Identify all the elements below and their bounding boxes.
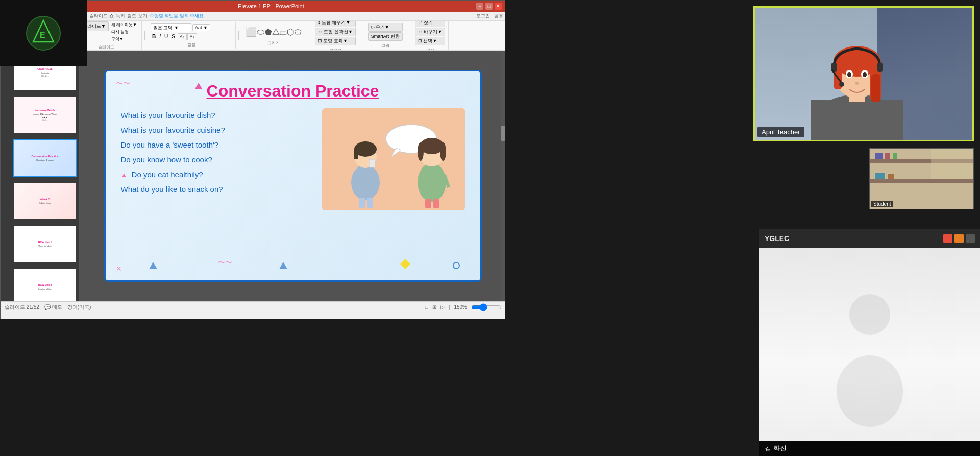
svg-point-34	[863, 72, 867, 77]
bold-button[interactable]: B	[151, 33, 157, 40]
thumb-content-23: HCW List 1 Word list table	[14, 226, 76, 262]
view-normal-btn[interactable]: □	[425, 304, 428, 310]
arrange2-button[interactable]: 배우기▼	[368, 23, 403, 32]
question-1: What is your favourite dish?	[121, 111, 312, 119]
teacher-label: April Teacher	[757, 127, 804, 137]
strikethrough-button[interactable]: S	[170, 33, 177, 40]
thumb-title-19: Grade 4 ESL	[37, 67, 53, 70]
svg-rect-48	[931, 149, 974, 179]
yglec-more-btn[interactable]	[966, 234, 975, 243]
main-area: 19 Grade 4 ESL Contents리스트... 20	[1, 51, 506, 301]
thumb-title-21: Conversation Practice	[32, 155, 59, 158]
svg-rect-45	[893, 153, 897, 159]
yglec-close-btn[interactable]	[943, 234, 952, 243]
font-name-selector[interactable]: 맑은 고딕 ▼	[151, 23, 191, 32]
thumb-title-23: HCW List 1	[38, 241, 52, 244]
q6-text: What do you like to snack on?	[121, 185, 223, 194]
select-button[interactable]: ⊡ 선택▼	[415, 37, 445, 45]
slide-thumb-20[interactable]: Nonsense Words Lesson 4 Nonsense Words■ …	[13, 96, 77, 134]
yglec-min-btn[interactable]	[954, 234, 964, 243]
participant-name: 김 화진	[765, 444, 787, 453]
slide-thumb-wrapper-20: 20 Nonsense Words Lesson 4 Nonsense Word…	[3, 96, 77, 136]
font-label: 글꼴	[187, 42, 195, 48]
svg-point-15	[440, 142, 446, 161]
view-reading-btn[interactable]: ▷	[440, 304, 445, 310]
q1-text: What is your favourite dish?	[121, 111, 215, 119]
yglec-video-bg	[760, 248, 980, 441]
svg-rect-47	[888, 174, 894, 179]
svg-rect-37	[877, 63, 883, 72]
arrange-button[interactable]: ↕ 도형 채우기▼	[315, 21, 356, 27]
deco-circle	[453, 262, 460, 269]
notes-indicator: 💬 메모	[44, 304, 62, 311]
thumb-body-22: Robotic figure	[39, 202, 52, 205]
tab-help[interactable]: 수행할 작업을 알려 주세요	[150, 13, 204, 19]
thumb-body-23: Word list table	[38, 245, 51, 248]
font-size-decrease[interactable]: A↓	[187, 33, 197, 40]
main-presentation-slide: 〜〜 〜〜 ✕ Conversation Practice	[104, 70, 482, 282]
view-sort-btn[interactable]: ⊞	[432, 304, 436, 310]
maximize-button[interactable]: □	[485, 3, 493, 10]
find-button[interactable]: ↗ 찾기	[415, 21, 445, 27]
svg-point-35	[855, 82, 859, 85]
window-controls[interactable]: − □ ✕	[476, 3, 502, 10]
yglec-video-area	[760, 248, 980, 441]
zoom-slider[interactable]	[471, 305, 502, 309]
conversation-svg	[322, 108, 465, 210]
tab-record[interactable]: 녹화	[116, 13, 125, 19]
thumb-content-22: Week 3 Robotic figure	[14, 183, 76, 219]
slide-thumb-24[interactable]: HCW List 2 Growing a Story	[13, 268, 77, 301]
tab-view[interactable]: 보기	[138, 13, 148, 19]
effects-button[interactable]: ⊡ 도형 효과▼	[315, 37, 356, 45]
slide-layout-button[interactable]: 새 레이아웃▼	[110, 21, 138, 28]
slide-thumb-22[interactable]: Week 3 Robotic figure	[13, 182, 77, 220]
status-bar: 슬라이드 21/52 💬 메모 영어(미국) □ ⊞ ▷ | 150%	[1, 301, 506, 313]
svg-rect-24	[811, 100, 903, 141]
section-button[interactable]: 구역▼	[110, 36, 138, 42]
slide-thumb-23[interactable]: HCW List 1 Word list table	[13, 225, 77, 263]
yglec-panel: YGLEC 김 화진	[760, 229, 980, 456]
replace-button[interactable]: ↔ 바꾸기▼	[415, 28, 445, 36]
deco-triangle-bl	[149, 262, 157, 269]
drawing-label: 그리기	[267, 40, 280, 46]
slide-thumb-21[interactable]: Conversation Practice Questions & image	[13, 139, 77, 177]
shapes-palette: ⬜⬭⬟△▭⬡⬠	[244, 25, 303, 38]
smartart-button[interactable]: SmartArt 변환	[368, 32, 403, 41]
small-video-bg	[870, 149, 973, 209]
slide-thumb-inner-23: HCW List 1 Word list table	[14, 226, 76, 262]
yglec-controls[interactable]	[943, 234, 975, 243]
svg-rect-42	[870, 179, 974, 183]
svg-point-32	[847, 72, 851, 77]
svg-rect-4	[354, 149, 358, 159]
slide-body: What is your favourite dish? What is you…	[121, 108, 465, 210]
fill-button[interactable]: ↔ 도형 윤곽선▼	[315, 28, 356, 36]
status-left: 슬라이드 21/52 💬 메모 영어(미국)	[5, 304, 91, 311]
deco-squiggle-bottom: 〜〜	[218, 258, 232, 268]
close-button[interactable]: ✕	[495, 3, 502, 10]
thumb-body-20: Lesson 4 Nonsense Words■ ■ ■□ □ □	[33, 113, 57, 122]
slide-thumbnails-panel[interactable]: 19 Grade 4 ESL Contents리스트... 20	[1, 51, 80, 301]
font-size-selector[interactable]: Aat ▼	[192, 24, 210, 31]
slide-main-title: Conversation Practice	[121, 82, 465, 101]
questions-list: What is your favourite dish? What is you…	[121, 108, 312, 210]
slide-content-area: Conversation Practice What is your favou…	[106, 71, 480, 221]
separator6	[409, 31, 409, 40]
arrange-group: ↕ 도형 채우기▼ ↔ 도형 윤곽선▼ ⊡ 도형 효과▼ 그리기	[312, 21, 359, 51]
slide-count: 슬라이드 21/52	[5, 304, 39, 311]
minimize-button[interactable]: −	[476, 3, 483, 10]
thumb-body-21: Questions & image	[36, 159, 54, 162]
reset-button[interactable]: 다시 설정	[110, 29, 138, 35]
separator2	[144, 31, 145, 40]
q2-text: What is your favourite cuisine?	[121, 126, 225, 134]
underline-button[interactable]: U	[163, 33, 169, 40]
font-size-increase[interactable]: A↑	[178, 33, 187, 40]
drawing-group: ⬜⬭⬟△▭⬡⬠ 그리기	[241, 24, 306, 47]
slides-label: 슬라이드	[98, 44, 114, 50]
tab-slideshow[interactable]: 슬라이드 쇼	[89, 13, 114, 19]
q4-text: Do you know how to cook?	[121, 155, 212, 164]
tab-review[interactable]: 검토	[127, 13, 136, 19]
thumb-title-24: HCW List 2	[38, 283, 52, 286]
italic-button[interactable]: I	[158, 33, 162, 40]
question-4: Do you know how to cook?	[121, 155, 312, 164]
language-indicator: 영어(미국)	[67, 304, 91, 311]
